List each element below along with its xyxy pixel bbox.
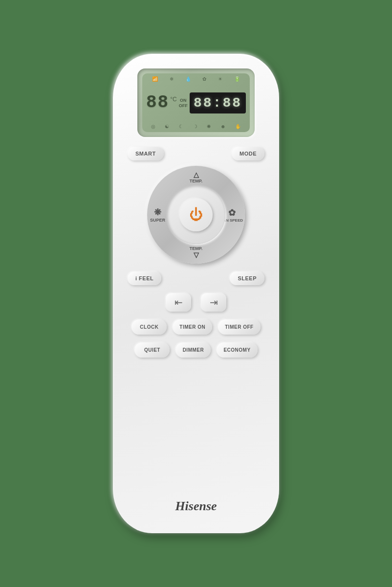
dpad-inner: ⏻: [167, 185, 225, 244]
clock-timer-row: CLOCK TIMER ON TIMER OFF: [131, 319, 260, 335]
drop-icon: 💧: [185, 76, 191, 82]
on-off-section: ON OFF: [179, 98, 188, 108]
top-btn-row: SMART MODE: [123, 147, 269, 160]
battery-icon: 🔋: [234, 76, 240, 82]
buttons-area: SMART MODE △ TEMP. ❋ SUPER ✿ FAN SPE: [123, 152, 269, 358]
swing-right-button[interactable]: ⇥: [201, 293, 226, 312]
arrow-up-icon: △: [194, 171, 199, 179]
fan-icon: ✿: [202, 76, 206, 82]
leaf-icon: ☽: [193, 124, 197, 129]
feel-sleep-row: i FEEL SLEEP: [123, 271, 269, 285]
display-icon-row-top: 📶 ❄ 💧 ✿ ☀ 🔋: [146, 76, 246, 82]
sun-icon: ☀: [218, 76, 222, 82]
time-digits: 88:88: [194, 95, 242, 111]
i-feel-button[interactable]: i FEEL: [128, 271, 161, 285]
wireless-icon: ☯: [165, 124, 169, 129]
super-text: SUPER: [150, 218, 165, 223]
swing-left-icon: ⇤: [174, 296, 183, 308]
mode-button[interactable]: MODE: [232, 147, 264, 160]
time-display: 88:88: [190, 92, 246, 113]
swing-left-button[interactable]: ⇤: [166, 293, 191, 312]
wifi-icon: 📶: [152, 76, 158, 82]
snowflake-icon: ❄: [170, 76, 174, 82]
moon-icon: ☾: [179, 124, 183, 129]
temp-up-label[interactable]: △ TEMP.: [190, 171, 202, 183]
dimmer-button[interactable]: DIMMER: [175, 342, 211, 358]
timer-off-button[interactable]: TIMER OFF: [218, 319, 260, 335]
clock-button[interactable]: CLOCK: [131, 319, 167, 335]
remote-control: 📶 ❄ 💧 ✿ ☀ 🔋 88 °C ON OFF 88:88: [113, 54, 279, 533]
hand-icon: ✋: [235, 124, 241, 129]
swing-right-icon: ⇥: [210, 296, 218, 308]
temp-down-label[interactable]: TEMP. ▽: [190, 246, 202, 259]
super-label[interactable]: ❋ SUPER: [150, 207, 165, 223]
arrow-down-icon: ▽: [194, 251, 199, 259]
dpad-outer[interactable]: △ TEMP. ❋ SUPER ✿ FAN SPEED TEMP. ▽: [147, 166, 245, 264]
smart-button[interactable]: SMART: [128, 147, 164, 160]
lcd-display: 📶 ❄ 💧 ✿ ☀ 🔋 88 °C ON OFF 88:88: [137, 68, 255, 137]
temp-digits: 88: [146, 94, 169, 112]
temp-unit: °C: [170, 96, 176, 103]
timer-on-button[interactable]: TIMER ON: [173, 319, 212, 335]
face-icon: ☻: [220, 124, 226, 129]
display-icon-row-bottom: ◎ ☯ ☾ ☽ ✺ ☻ ✋: [146, 124, 246, 129]
fan-speed-icon: ✿: [228, 207, 236, 218]
temp-display: 88 °C: [146, 94, 177, 112]
power-button[interactable]: ⏻: [179, 198, 213, 231]
super-fan-icon: ❋: [154, 207, 161, 218]
temp-up-text: TEMP.: [190, 179, 202, 183]
quiet-button[interactable]: QUIET: [134, 342, 170, 358]
economy-button[interactable]: ECONOMY: [217, 342, 257, 358]
quiet-dimmer-economy-row: QUIET DIMMER ECONOMY: [134, 342, 257, 358]
temp-down-text: TEMP.: [190, 246, 202, 251]
swing-row: ⇤ ⇥: [166, 293, 226, 312]
on-label: ON: [180, 98, 187, 103]
fan2-icon: ◎: [151, 124, 155, 129]
brand-label: Hisense: [175, 494, 217, 514]
sun2-icon: ✺: [207, 124, 211, 129]
dpad-container: △ TEMP. ❋ SUPER ✿ FAN SPEED TEMP. ▽: [147, 166, 245, 264]
sleep-button[interactable]: SLEEP: [230, 271, 264, 285]
off-label: OFF: [179, 103, 188, 108]
power-icon: ⏻: [189, 208, 203, 222]
display-middle: 88 °C ON OFF 88:88: [146, 84, 246, 122]
